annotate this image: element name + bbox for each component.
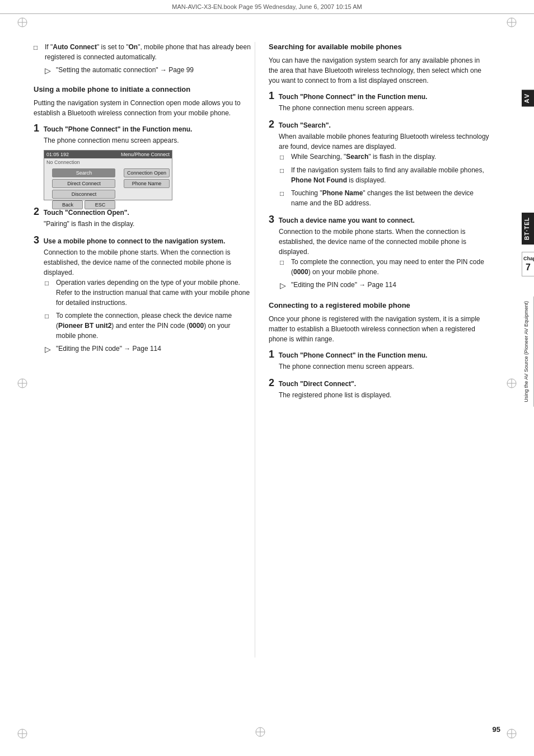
bullet-phone-name: □ Touching "Phone Name" changes the list…: [280, 188, 490, 208]
operation-varies-text: Operation varies depending on the type o…: [56, 278, 252, 308]
left-step1-heading: Touch "Phone Connect" in the Function me…: [44, 125, 193, 133]
checkbox-icon3: □: [45, 311, 54, 341]
right-step1: 1 Touch "Phone Connect" in the Function …: [269, 90, 490, 113]
left-step1-body: The phone connection menu screen appears…: [44, 135, 252, 145]
screen-body: Search Direct Connect Disconnect Back ES…: [44, 166, 172, 212]
screen-header: 01:05 192 Menu/Phone Connect: [44, 151, 172, 158]
corner-mark-br: [506, 728, 517, 739]
auto-connect-bold2: On: [128, 43, 138, 51]
screen-btn-search[interactable]: Search: [52, 168, 115, 177]
screen-btn-group: Search Direct Connect Disconnect Back ES…: [52, 168, 115, 209]
arrow-auto-connect: ▷ "Setting the automatic connection" → P…: [45, 65, 252, 77]
phone-name-bold: Phone Name: [322, 189, 363, 197]
arrow-editing-pin2: ▷ "Editing the PIN code" → Page 114: [280, 280, 490, 292]
side-text: Using the AV Source (Pioneer AV Equipmen…: [522, 297, 534, 407]
auto-connect-bold1: Auto Connect: [53, 43, 97, 51]
arrow-right-icon: ▷: [45, 65, 54, 77]
right-step1-body: The phone connection menu screen appears…: [279, 103, 490, 113]
screen-btn-group2: Connection Open Phone Name: [124, 168, 170, 209]
right-step5-heading: Touch "Direct Connect".: [279, 380, 357, 388]
bullet-complete-connection: □ To complete the connection, please che…: [45, 311, 252, 341]
left-step2-num: 2: [34, 206, 39, 217]
while-searching-text: While Searching, "Search" is flash in th…: [291, 152, 490, 162]
center-mark-right: [506, 378, 517, 391]
phone-not-found-text: If the navigation system fails to find a…: [291, 165, 490, 185]
section-searching-body: You can have the navigation system searc…: [269, 55, 490, 86]
left-step3-num: 3: [34, 234, 39, 246]
arrow-editing-pin-text2: "Editing the PIN code" → Page 114: [291, 280, 396, 292]
right-step2: 2 Touch "Search". When available mobile …: [269, 119, 490, 208]
arrow-right-icon3: ▷: [280, 280, 289, 292]
screen-btn-phone-name[interactable]: Phone Name: [124, 179, 170, 188]
av-tab: AV: [522, 90, 534, 106]
right-step3-num: 3: [269, 214, 274, 225]
pin-code-bold: 0000: [189, 322, 204, 330]
complete-connection-text: To complete the connection, please check…: [56, 311, 252, 341]
bullet-while-searching: □ While Searching, "Search" is flash in …: [280, 152, 490, 162]
phone-not-found-bold: Phone Not Found: [291, 176, 347, 184]
chapter-number: 7: [523, 262, 533, 273]
right-step5-num: 2: [269, 377, 274, 388]
screen-btn-back[interactable]: Back: [52, 200, 83, 209]
page-header: MAN-AVIC-X3-EN.book Page 95 Wednesday, J…: [0, 0, 534, 14]
right-step2-num: 2: [269, 119, 274, 130]
right-step4-num: 1: [269, 349, 274, 360]
corner-mark-tl: [17, 17, 28, 28]
screen-no-connection: No Connection: [44, 158, 172, 166]
bullet-auto-connect: □ If "Auto Connect" is set to "On", mobi…: [34, 42, 252, 62]
screen-btn-disconnect[interactable]: Disconnect: [52, 190, 115, 199]
checkbox-icon: □: [34, 43, 43, 62]
section-registered-heading: Connecting to a registered mobile phone: [269, 300, 490, 311]
left-step1: 1 Touch "Phone Connect" in the Function …: [34, 123, 252, 200]
pin-code-bold2: 0000: [293, 268, 308, 276]
screen-btn-connection-open[interactable]: Connection Open: [124, 168, 170, 177]
right-step2-body: When available mobile phones featuring B…: [279, 132, 490, 152]
checkbox-icon4: □: [280, 152, 289, 162]
right-step2-heading: Touch "Search".: [279, 121, 331, 129]
bt-tel-tab: BT·TEL: [522, 213, 534, 245]
pin-code-text: To complete the connection, you may need…: [291, 257, 490, 277]
phone-name-text: Touching "Phone Name" changes the list b…: [291, 188, 490, 208]
pioneer-bt-bold: Pioneer BT unit2: [58, 322, 111, 330]
chapter-tab: Chapter 7: [522, 252, 534, 276]
section-registered-body: Once your phone is registered with the n…: [269, 314, 490, 344]
section-using-mobile-heading: Using a mobile phone to initiate a conne…: [34, 84, 252, 95]
bullet-operation-varies: □ Operation varies depending on the type…: [45, 278, 252, 308]
bullet-phone-not-found: □ If the navigation system fails to find…: [280, 165, 490, 185]
column-divider: [255, 42, 255, 658]
arrow-auto-connect-text: "Setting the automatic connection" → Pag…: [56, 65, 194, 77]
header-text: MAN-AVIC-X3-EN.book Page 95 Wednesday, J…: [172, 3, 362, 10]
right-step4: 1 Touch "Phone Connect" in the Function …: [269, 349, 490, 372]
right-step1-heading: Touch "Phone Connect" in the Function me…: [279, 93, 428, 101]
chapter-label: Chapter: [523, 256, 533, 261]
right-step5: 2 Touch "Direct Connect". The registered…: [269, 377, 490, 400]
checkbox-icon6: □: [280, 189, 289, 208]
page-container: MAN-AVIC-X3-EN.book Page 95 Wednesday, J…: [0, 0, 534, 756]
left-step3: 3 Use a mobile phone to connect to the n…: [34, 234, 252, 355]
section-using-mobile-body: Putting the navigation system in Connect…: [34, 98, 252, 118]
right-column: Searching for available mobile phones Yo…: [269, 42, 490, 406]
right-step3-heading: Touch a device name you want to connect.: [279, 217, 415, 224]
checkbox-icon2: □: [45, 278, 54, 308]
screen-time: 01:05 192: [46, 152, 69, 157]
left-step3-heading: Use a mobile phone to connect to the nav…: [44, 237, 226, 245]
arrow-right-icon2: ▷: [45, 344, 54, 355]
section-searching-heading: Searching for available mobile phones: [269, 42, 490, 52]
phone-connect-screen: 01:05 192 Menu/Phone Connect No Connecti…: [44, 150, 172, 200]
left-step2-body: "Pairing" is flash in the display.: [44, 219, 252, 229]
left-step3-body: Connection to the mobile phone starts. W…: [44, 247, 252, 278]
right-step3: 3 Touch a device name you want to connec…: [269, 214, 490, 292]
checkbox-icon7: □: [280, 257, 289, 277]
arrow-editing-pin-text: "Editing the PIN code" → Page 114: [56, 344, 161, 355]
search-bold: Search: [346, 153, 368, 161]
center-mark-left: [17, 378, 28, 391]
arrow-editing-pin: ▷ "Editing the PIN code" → Page 114: [45, 344, 252, 355]
screen-btn-esc[interactable]: ESC: [85, 200, 115, 209]
right-step4-body: The phone connection menu screen appears…: [279, 361, 490, 372]
right-step4-heading: Touch "Phone Connect" in the Function me…: [279, 351, 428, 359]
screen-btn-direct-connect[interactable]: Direct Connect: [52, 179, 115, 188]
right-step5-body: The registered phone list is displayed.: [279, 390, 490, 400]
right-step1-num: 1: [269, 90, 274, 101]
page-number: 95: [493, 725, 500, 734]
bottom-center-mark: [255, 726, 266, 739]
